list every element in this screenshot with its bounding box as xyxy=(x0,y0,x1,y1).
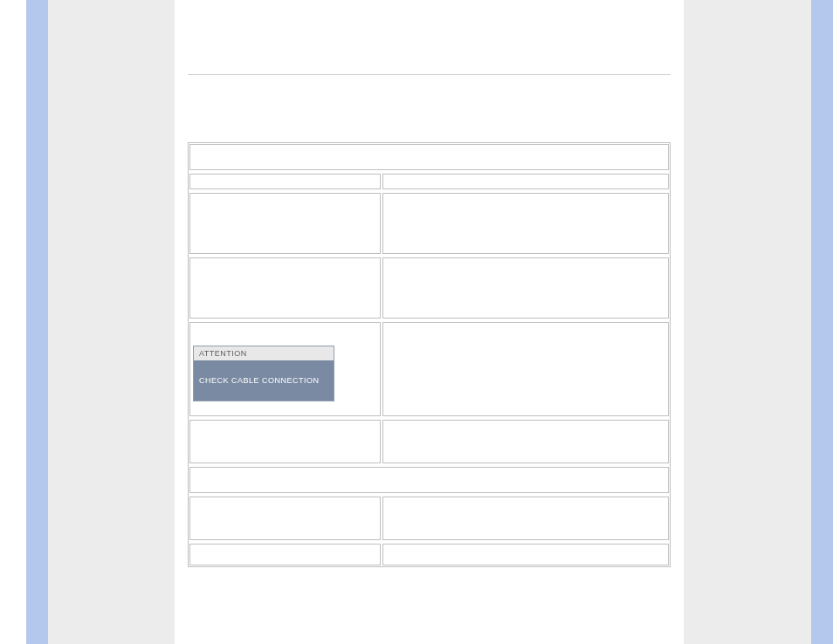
table-cell xyxy=(189,497,381,540)
left-grey-panel xyxy=(48,0,175,644)
left-blue-border xyxy=(26,0,48,644)
table-cell xyxy=(189,544,381,565)
table-cell xyxy=(382,322,669,416)
table-row xyxy=(189,173,670,190)
table-row xyxy=(189,192,670,255)
table-cell xyxy=(382,193,669,254)
table-row xyxy=(189,496,670,541)
table-row xyxy=(189,143,670,171)
table-cell xyxy=(382,174,669,189)
table-cell: ATTENTION CHECK CABLE CONNECTION xyxy=(189,322,381,416)
table-row xyxy=(189,466,670,494)
attention-body: CHECK CABLE CONNECTION xyxy=(194,360,334,401)
table-cell xyxy=(382,420,669,463)
table-cell xyxy=(189,193,381,254)
table-span-cell xyxy=(189,467,669,493)
attention-box: ATTENTION CHECK CABLE CONNECTION xyxy=(193,346,334,401)
table-row xyxy=(189,257,670,319)
table-row xyxy=(189,543,670,566)
table-cell xyxy=(189,257,381,319)
table-cell xyxy=(382,497,669,540)
table-cell xyxy=(189,420,381,463)
content-table: ATTENTION CHECK CABLE CONNECTION xyxy=(188,142,671,567)
table-row: ATTENTION CHECK CABLE CONNECTION xyxy=(189,321,670,417)
right-blue-border xyxy=(811,0,833,644)
table-cell xyxy=(382,257,669,319)
horizontal-rule xyxy=(188,74,671,75)
table-header-cell xyxy=(189,144,669,170)
attention-header: ATTENTION xyxy=(194,346,334,360)
document-page: ATTENTION CHECK CABLE CONNECTION xyxy=(175,0,684,644)
table-cell xyxy=(189,174,381,189)
right-grey-panel xyxy=(684,0,811,644)
table-row xyxy=(189,419,670,464)
table-cell xyxy=(382,544,669,565)
